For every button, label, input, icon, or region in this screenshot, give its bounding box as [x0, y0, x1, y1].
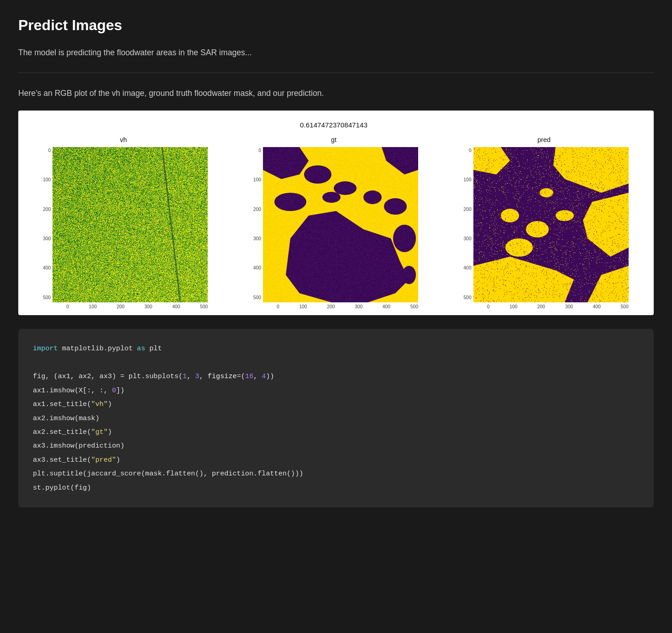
- plot-gt-xaxis: 0100200300400500: [263, 303, 418, 311]
- plot-pred-title: pred: [537, 135, 551, 145]
- code-line-blank1: [33, 356, 639, 369]
- code-line-3: ax1.imshow(X[:, :, 0]): [33, 384, 639, 397]
- page-title: Predict Images: [18, 14, 654, 37]
- code-block: import matplotlib.pyplot as plt fig, (ax…: [18, 329, 654, 507]
- code-line-10: st.pyplot(fig): [33, 481, 639, 495]
- plot-gt-yaxis: 0100200300400500: [249, 147, 263, 311]
- plot-gt-title: gt: [331, 135, 336, 145]
- code-line-8: ax3.set_title("pred"): [33, 453, 639, 467]
- plot-vh: vh 0100200300400500 0100200300400500: [23, 135, 224, 311]
- code-line-9: plt.suptitle(jaccard_score(mask.flatten(…: [33, 467, 639, 480]
- plots-row: vh 0100200300400500 0100200300400500 gt …: [23, 135, 645, 311]
- code-line-2: fig, (ax1, ax2, ax3) = plt.subplots(1, 3…: [33, 369, 639, 383]
- plot-vh-xaxis: 0100200300400500: [52, 303, 208, 311]
- plot-pred-canvas: [473, 147, 629, 302]
- code-line-7: ax3.imshow(prediction): [33, 439, 639, 453]
- plot-container: 0.6147472370847143 vh 0100200300400500 0…: [18, 111, 654, 315]
- code-line-1: import matplotlib.pyplot as plt: [33, 342, 639, 355]
- plot-vh-canvas: [52, 147, 208, 302]
- plot-pred-xaxis: 0100200300400500: [473, 303, 629, 311]
- plot-gt-canvas: [263, 147, 418, 302]
- plot-pred: pred 0100200300400500 0100200300400500: [443, 135, 645, 311]
- plot-vh-yaxis: 0100200300400500: [39, 147, 52, 311]
- plot-vh-title: vh: [120, 135, 127, 145]
- section-divider: [18, 73, 654, 73]
- page-subtitle: The model is predicting the floodwater a…: [18, 46, 654, 59]
- code-line-6: ax2.set_title("gt"): [33, 425, 639, 439]
- section-description: Here's an RGB plot of the vh image, grou…: [18, 87, 654, 100]
- plot-gt: gt 0100200300400500 0100200300400500: [233, 135, 435, 311]
- plot-suptitle: 0.6147472370847143: [300, 120, 368, 131]
- code-line-5: ax2.imshow(mask): [33, 411, 639, 425]
- code-line-4: ax1.set_title("vh"): [33, 397, 639, 411]
- plot-pred-yaxis: 0100200300400500: [460, 147, 473, 311]
